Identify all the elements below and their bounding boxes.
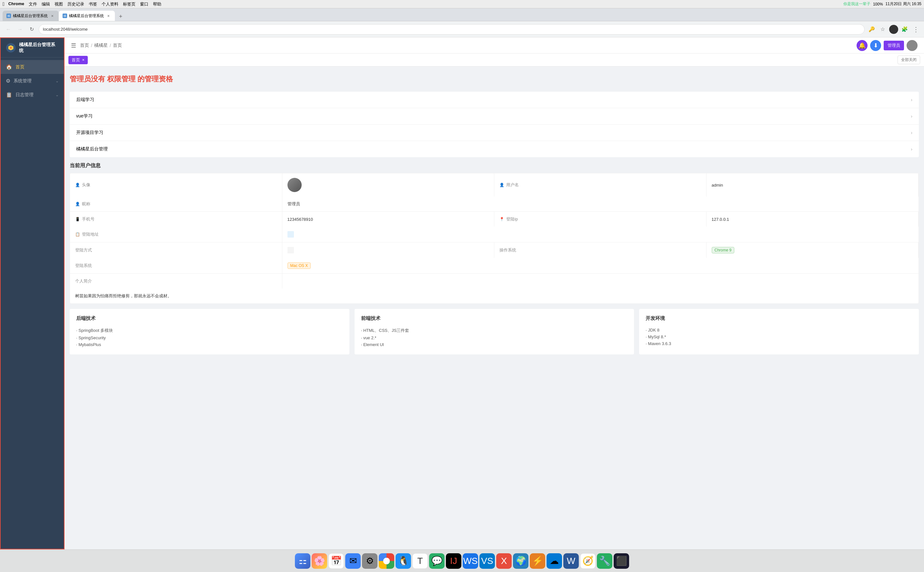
- tab-title-1: 橘橘星后台管理系统: [13, 13, 48, 19]
- file-menu[interactable]: 文件: [29, 1, 37, 7]
- loginaddress-label: 登陆地址: [82, 232, 99, 237]
- profile-menu[interactable]: 个人资料: [102, 1, 118, 7]
- breadcrumb-section[interactable]: 橘橘星: [94, 43, 108, 48]
- os-value-badge: Chrome 9: [712, 247, 735, 253]
- tab-close-2[interactable]: ✕: [106, 13, 111, 19]
- apple-logo-icon[interactable]: : [3, 1, 5, 7]
- browser-tab-2[interactable]: 橘 橘橘星后台管理系统 ✕: [59, 11, 115, 21]
- view-menu[interactable]: 视图: [54, 1, 63, 7]
- user-info-row-3: 登陆方式 操作系统 Chrome 9 登陆系统: [70, 242, 918, 274]
- nickname-label-cell: 👤 昵称: [70, 197, 282, 211]
- close-all-tabs-button[interactable]: 全部关闭: [898, 56, 920, 64]
- back-button[interactable]: ←: [4, 25, 13, 34]
- loginip-value-cell: 127.0.0.1: [707, 212, 919, 227]
- username-value-cell: admin: [707, 173, 919, 197]
- nickname-label: 昵称: [82, 201, 90, 207]
- loginsystem-label-cell: 登陆系统: [70, 258, 282, 274]
- loginmethod-label-cell: 登陆方式: [70, 242, 282, 258]
- devenv-tech-item-2: Maven 3.6.3: [646, 340, 912, 347]
- breadcrumb-home[interactable]: 首页: [80, 43, 89, 48]
- sidebar-item-logs[interactable]: 📋 日志管理 ⌄: [1, 88, 64, 102]
- loginaddress-label-cell: 📋 登陆地址: [70, 227, 282, 242]
- history-menu[interactable]: 历史记录: [67, 1, 84, 7]
- browser-tab-bar: 橘 橘橘星后台管理系统 ✕ 橘 橘橘星后台管理系统 ✕ +: [0, 8, 924, 21]
- sidebar: 橘橘星后台管理系统 🏠 首页 ⚙ 系统管理 ⌄ 📋 日志管理 ⌄: [0, 37, 65, 549]
- section-item-management[interactable]: 橘橘星后台管理 ›: [70, 141, 919, 157]
- menubar-right: 你是我这一辈子 100% 11月20日 周六 16:35: [843, 1, 921, 7]
- loginip-label-cell: 📍 登陆ip: [494, 212, 707, 227]
- phone-value-cell: 12345678910: [282, 212, 495, 227]
- user-info-row-1: 👤 头像 👤 用户名 admin: [70, 173, 918, 212]
- home-label: 首页: [16, 64, 59, 70]
- loginip-label: 登陆ip: [506, 216, 518, 222]
- loginip-value: 127.0.0.1: [712, 217, 729, 222]
- devenv-tech-card: 开发环境 JDK 8 MySql 8.* Maven 3.6.3: [639, 309, 919, 354]
- devenv-tech-title: 开发环境: [646, 316, 912, 322]
- edit-menu[interactable]: 编辑: [42, 1, 50, 7]
- bio-label-cell: 个人简介: [70, 274, 282, 289]
- system-label: 系统管理: [14, 78, 52, 84]
- section-opensource-label: 开源项目学习: [76, 130, 103, 135]
- error-alert: 管理员没有 权限管理 的管理资格: [70, 72, 919, 87]
- refresh-button[interactable]: ↻: [27, 25, 36, 34]
- logs-icon: 📋: [6, 92, 12, 98]
- backend-tech-item-0: SpringBoot 多模块: [76, 327, 343, 334]
- main-content: ☰ 首页 / 橘橘星 / 首页 🔔 ⬇ 管理员: [65, 37, 924, 549]
- profile-icon[interactable]: [889, 25, 898, 34]
- tab-close-1[interactable]: ✕: [50, 13, 55, 19]
- browser-tab-1[interactable]: 橘 橘橘星后台管理系统 ✕: [3, 11, 59, 21]
- more-button[interactable]: ⋮: [911, 25, 920, 34]
- logs-label: 日志管理: [16, 92, 52, 98]
- url-bar[interactable]: localhost:2048/welcome: [39, 24, 865, 34]
- download-button[interactable]: ⬇: [870, 40, 881, 51]
- loginmethod-label: 登陆方式: [75, 247, 92, 253]
- section-item-backend[interactable]: 后端学习 ›: [70, 92, 919, 108]
- phone-label: 手机号: [82, 216, 95, 222]
- chrome-menu[interactable]: Chrome: [8, 1, 24, 7]
- forward-button[interactable]: →: [16, 25, 25, 34]
- username-label-icon: 👤: [499, 183, 504, 187]
- section-item-vue[interactable]: vue学习 ›: [70, 108, 919, 124]
- tab-title-2: 橘橘星后台管理系统: [69, 13, 104, 19]
- bookmark-menu[interactable]: 书签: [89, 1, 97, 7]
- user-avatar-image: [287, 178, 302, 192]
- sidebar-item-system[interactable]: ⚙ 系统管理 ⌄: [1, 74, 64, 88]
- breadcrumb-current[interactable]: 首页: [113, 43, 122, 48]
- loginmethod-value-cell: [282, 242, 495, 258]
- os-value-cell: Chrome 9: [707, 242, 919, 258]
- page-tab-home-label: 首页: [71, 57, 80, 63]
- sidebar-item-home[interactable]: 🏠 首页: [1, 60, 64, 74]
- help-menu[interactable]: 帮助: [153, 1, 161, 7]
- loginmethod-badge: [287, 247, 294, 253]
- admin-button[interactable]: 管理员: [884, 41, 904, 50]
- breadcrumb-sep-2: /: [110, 43, 111, 48]
- bio-value: 树苗如果因为怕痛而拒绝修剪，那就永远不会成材。: [75, 293, 172, 299]
- home-icon: 🏠: [6, 64, 12, 70]
- extensions-icon[interactable]: 🧩: [900, 25, 909, 34]
- section-item-opensource[interactable]: 开源项目学习 ›: [70, 124, 919, 141]
- phone-label-icon: 📱: [75, 217, 80, 221]
- tabs-menu[interactable]: 标签页: [123, 1, 135, 7]
- notification-button[interactable]: 🔔: [857, 40, 868, 51]
- username-value: admin: [712, 183, 723, 188]
- sidebar-logo: 橘橘星后台管理系统: [1, 38, 64, 58]
- new-tab-button[interactable]: +: [116, 12, 125, 21]
- devenv-tech-item-1: MySql 8.*: [646, 333, 912, 340]
- page-tab-home[interactable]: 首页 ✕: [68, 56, 88, 64]
- sidebar-toggle-button[interactable]: ☰: [71, 42, 76, 49]
- window-menu[interactable]: 窗口: [140, 1, 149, 7]
- backend-tech-item-1: SpringSecurity: [76, 334, 343, 341]
- app-layout: 橘橘星后台管理系统 🏠 首页 ⚙ 系统管理 ⌄ 📋 日志管理 ⌄: [0, 37, 924, 549]
- star-icon[interactable]: ☆: [878, 25, 887, 34]
- breadcrumb: 首页 / 橘橘星 / 首页: [80, 43, 857, 48]
- admin-avatar[interactable]: [907, 40, 918, 51]
- loginsystem-value-cell: Mac OS X: [282, 258, 495, 274]
- os-label-cell: 操作系统: [494, 242, 707, 258]
- section-management-label: 橘橘星后台管理: [76, 146, 108, 152]
- page-tab-home-close[interactable]: ✕: [82, 58, 85, 62]
- username-label: 用户名: [506, 182, 519, 188]
- phone-value: 12345678910: [287, 217, 313, 222]
- tab-favicon-2: 橘: [63, 14, 67, 18]
- nickname-label-icon: 👤: [75, 202, 80, 206]
- key-icon[interactable]: 🔑: [867, 25, 876, 34]
